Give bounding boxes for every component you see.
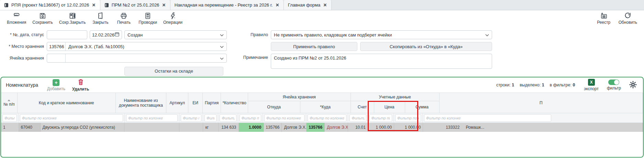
column-header-batch[interactable]: Партия — [203, 93, 221, 113]
rule-value: Не применять правило, кладовщик сам подб… — [274, 32, 392, 38]
print-button[interactable]: Печать — [113, 12, 134, 25]
column-header-sum[interactable]: Сумма — [405, 101, 440, 113]
filter-input-receiver[interactable] — [424, 114, 551, 122]
filter-input-from[interactable] — [264, 114, 304, 122]
selected-count: 1 — [542, 83, 544, 87]
stock-balance-button[interactable]: Остатки на складе — [124, 67, 223, 76]
storage-place-select[interactable]: 135766 Долгов Э.Х. (Таб. №10005) — [47, 42, 227, 51]
close-button[interactable]: Закрыть — [90, 12, 111, 25]
close-icon[interactable]: × — [92, 2, 96, 8]
rule-select[interactable]: Не применять правило, кладовщик сам подб… — [271, 30, 492, 39]
column-header-code-name[interactable]: Код и краткое наименование — [18, 93, 116, 113]
note-label: Примечание — [241, 55, 268, 60]
column-header-num[interactable]: № п/п — [1, 93, 18, 113]
postings-button[interactable]: Проводки — [136, 12, 159, 25]
refresh-button[interactable]: Обновить — [617, 12, 639, 25]
cell-code: 67040 — [19, 123, 41, 132]
tab-prm[interactable]: ПРМ №2 от 25.01.2026 × — [100, 0, 170, 10]
save-close-button[interactable]: Сохр.Закрыть — [57, 12, 88, 25]
filter-input-price[interactable] — [369, 114, 392, 122]
calendar-icon — [114, 32, 120, 38]
doc-status-value: Создан — [127, 32, 143, 38]
grid-settings-button[interactable] — [629, 81, 637, 89]
tab-transfer-registry[interactable]: Накладная на перемещение - Реестр за 202… — [170, 0, 284, 10]
cell-unit[interactable]: кг — [203, 123, 219, 132]
tab-bar: РПЯ (проект №136067) от 12.02.2026 × ПРМ… — [0, 0, 644, 10]
column-header-unit[interactable]: ЕИ — [188, 93, 203, 113]
table-header: № п/п Код и краткое наименование Наимено… — [1, 93, 643, 113]
registry-icon — [600, 12, 608, 19]
cell-to[interactable]: 135766 Долгов Э.Х. (Т... — [307, 123, 348, 132]
cell-doc-name[interactable] — [124, 123, 179, 132]
column-header-price[interactable]: Цена — [374, 101, 405, 113]
tab-label: ПРМ №2 от 25.01.2026 — [112, 2, 159, 8]
table-row[interactable]: 1 67040 Двуокись углерода CO2 (углекисло… — [1, 123, 643, 132]
column-header-article[interactable]: Артикул — [166, 93, 188, 113]
cell-num[interactable]: 1 — [1, 123, 19, 132]
close-icon[interactable]: × — [162, 2, 166, 8]
cell-price[interactable]: 1 000.00 — [368, 123, 394, 132]
column-header-receiver[interactable]: П — [440, 93, 643, 113]
filter-input-unit[interactable] — [204, 114, 216, 122]
column-header-qty[interactable]: *Количество — [221, 93, 248, 113]
filter-input-article[interactable] — [181, 114, 201, 122]
filter-toggle[interactable]: фильтр — [607, 80, 621, 91]
filter-input-num[interactable] — [2, 114, 17, 122]
group-storage-cell: Ячейка хранения Откуда *Куда — [248, 93, 351, 113]
filter-input-account[interactable] — [349, 114, 366, 122]
chevron-down-icon — [220, 32, 224, 38]
registry-button[interactable]: Реестр — [593, 12, 614, 25]
filter-input-qty[interactable] — [240, 114, 261, 122]
tab-main-form[interactable]: Главная форма × — [284, 0, 332, 10]
cell-batch[interactable]: 134 633 — [219, 123, 238, 132]
tab-label: Главная форма — [288, 2, 320, 8]
cell-receiver[interactable]: 133322 Ромашк... — [423, 123, 643, 132]
delete-row-button[interactable]: Удалить — [72, 78, 89, 92]
form-right-column: Правило Не применять правило, кладовщик … — [241, 30, 492, 72]
cell-code-name[interactable]: 67040 Двуокись углерода CO2 (углекислота… — [19, 123, 125, 132]
cell-from[interactable]: 135766 Долгов Э.Х. (Т... — [264, 123, 307, 132]
document-icon — [4, 3, 9, 8]
save-button[interactable]: Сохранить — [30, 12, 55, 25]
close-icon[interactable]: × — [275, 2, 279, 8]
door-icon — [97, 12, 103, 19]
apply-rule-button[interactable]: Применить правило — [271, 42, 357, 51]
note-textarea[interactable]: Создано из ПРМ №2 от 25.01.2026 — [271, 54, 492, 69]
cell-account[interactable]: 10.01 — [348, 123, 368, 132]
operations-button[interactable]: Операции — [161, 12, 185, 25]
document-icon — [104, 3, 109, 8]
copy-from-to-button[interactable]: Скопировать из «Откуда» в «Куда» — [360, 42, 492, 51]
filter-input-doc-name[interactable] — [126, 114, 178, 122]
column-header-from[interactable]: Откуда — [248, 101, 300, 113]
doc-status-select[interactable]: Создан — [124, 30, 227, 39]
close-icon[interactable]: × — [323, 2, 327, 8]
doc-number-input[interactable] — [47, 30, 87, 39]
cell-qty[interactable]: 1.0000 — [239, 123, 264, 132]
cell-name: Двуокись углерода CO2 (углекислота) — [41, 123, 118, 132]
storage-cell-label: Ячейка хранения — [0, 56, 44, 61]
tab-label: РПЯ (проект №136067) от 12.02.2026 — [11, 2, 89, 8]
column-header-to[interactable]: *Куда — [300, 101, 351, 113]
filter-input-to[interactable] — [308, 114, 346, 122]
tab-rpya-project[interactable]: РПЯ (проект №136067) от 12.02.2026 × — [0, 0, 100, 10]
filter-input-sum[interactable] — [395, 114, 421, 122]
storage-cell-select[interactable] — [47, 54, 227, 63]
refresh-icon — [624, 12, 631, 19]
add-row-button[interactable]: + Добавить — [47, 79, 65, 91]
column-header-doc-name[interactable]: Наименование из документа поставщика — [116, 93, 166, 113]
column-header-account[interactable]: Счет — [351, 101, 374, 113]
calculator-icon — [145, 12, 151, 19]
filter-input-code-name[interactable] — [20, 114, 123, 122]
chevron-down-icon — [220, 44, 224, 49]
excel-icon: X — [588, 79, 595, 86]
cell-article[interactable] — [179, 123, 203, 132]
lightning-icon — [170, 12, 176, 19]
excel-export-button[interactable]: X экспорт — [584, 79, 599, 91]
doc-date-field[interactable]: 12.02.2026 — [90, 30, 122, 39]
cell-sum[interactable]: 1 000.00 — [394, 123, 423, 132]
group-header-accounting: Учетные данные — [351, 93, 440, 101]
paperclip-icon — [13, 12, 20, 19]
filter-input-batch[interactable] — [220, 114, 236, 122]
attachments-button[interactable]: Вложения — [5, 12, 28, 25]
toggle-on-icon — [608, 80, 619, 85]
